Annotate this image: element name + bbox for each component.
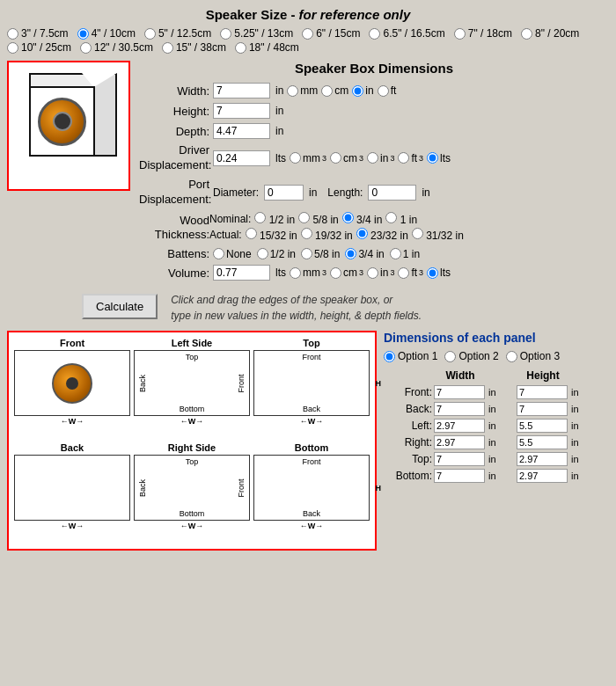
- driver-displacement-input[interactable]: [213, 150, 270, 166]
- left-height-input[interactable]: [517, 419, 568, 433]
- battens-row: Battens: None 1/2 in 5/8 in 3/4 in 1 in: [139, 247, 609, 260]
- speaker-sizes: 3" / 7.5cm 4" / 10cm 5" / 12.5cm 5.25" /…: [7, 27, 609, 54]
- table-row: Top: in in: [384, 452, 609, 466]
- size-5inch[interactable]: 5" / 12.5cm: [144, 27, 211, 40]
- option1-label[interactable]: Option 1: [384, 350, 437, 362]
- unit-in[interactable]: in: [352, 84, 373, 97]
- bottom-section: Front H ←W→ Left Side Top B: [7, 331, 609, 551]
- top-width-input[interactable]: [434, 452, 485, 466]
- back-panel: Back H ←W→: [14, 442, 130, 544]
- port-label: PortDisplacement:: [139, 178, 209, 208]
- speaker-cone: [38, 98, 86, 146]
- back-width-input[interactable]: [434, 402, 485, 416]
- size-8inch[interactable]: 8" / 20cm: [521, 27, 579, 40]
- height-label: Height:: [139, 105, 209, 118]
- table-row: Right: in in: [384, 435, 609, 449]
- page-title: Speaker Size - for reference only: [7, 7, 609, 22]
- left-side-panel-inner: Top Bottom Back Front H: [134, 350, 250, 416]
- height-input[interactable]: [213, 103, 270, 119]
- left-side-panel: Left Side Top Bottom Back Front H ←W→: [134, 338, 250, 439]
- table-row: Front: in in: [384, 385, 609, 399]
- width-label: Width:: [139, 84, 209, 98]
- size-3inch[interactable]: 3" / 7.5cm: [7, 27, 69, 40]
- width-input[interactable]: [213, 83, 270, 99]
- back-height-input[interactable]: [517, 402, 568, 416]
- option-row: Option 1 Option 2 Option 3: [384, 350, 609, 362]
- calculate-button[interactable]: Calculate: [82, 294, 158, 319]
- dimensions-table-section: Dimensions of each panel Option 1 Option…: [384, 331, 609, 551]
- front-panel: Front H ←W→: [14, 338, 130, 439]
- wood-options: Nominal: 1/2 in 5/8 in 3/4 in 1 in Actua…: [209, 212, 464, 242]
- bottom-width-input[interactable]: [434, 469, 485, 483]
- panels-grid: Front H ←W→ Left Side Top B: [14, 338, 370, 544]
- left-width-input[interactable]: [434, 419, 485, 433]
- front-panel-inner: H: [14, 350, 130, 416]
- table-row: Back: in in: [384, 402, 609, 416]
- size-18inch[interactable]: 18" / 48cm: [235, 41, 299, 54]
- port-length-input[interactable]: [368, 185, 416, 201]
- unit-options: mm cm in ft: [287, 84, 396, 97]
- front-panel-speaker: [52, 363, 92, 404]
- depth-row: Depth: in: [139, 123, 609, 139]
- port-diameter-input[interactable]: [264, 185, 304, 201]
- bottom-height-input[interactable]: [517, 469, 568, 483]
- bottom-panel: Bottom Front Back H ←W→: [253, 442, 370, 544]
- driver-unit-options: mm3 cm3 in3 ft3 lts: [290, 152, 451, 164]
- width-unit: in: [275, 84, 283, 97]
- size-65inch[interactable]: 6.5" / 16.5cm: [369, 27, 444, 40]
- unit-ft[interactable]: ft: [378, 84, 397, 97]
- unit-mm[interactable]: mm: [287, 84, 318, 97]
- panels-area: Front H ←W→ Left Side Top B: [7, 331, 377, 551]
- unit-cm[interactable]: cm: [321, 84, 348, 97]
- size-6inch[interactable]: 6" / 15cm: [302, 27, 360, 40]
- box-front-face: [29, 86, 95, 157]
- size-15inch[interactable]: 15" / 38cm: [162, 41, 226, 54]
- volume-label: Volume:: [139, 266, 209, 280]
- battens-options: None 1/2 in 5/8 in 3/4 in 1 in: [213, 248, 420, 260]
- size-4inch[interactable]: 4" / 10cm: [77, 27, 136, 40]
- size-12inch[interactable]: 12" / 30.5cm: [80, 41, 153, 54]
- right-side-panel-inner: Top Bottom Back Front H: [134, 455, 250, 521]
- front-width-input[interactable]: [434, 385, 485, 399]
- top-height-input[interactable]: [517, 452, 568, 466]
- bottom-panel-inner: Front Back H: [253, 455, 370, 521]
- top-panel-inner: Front Back H: [253, 350, 370, 416]
- main-section: Speaker Box Dimensions Width: in mm cm i…: [7, 61, 609, 285]
- dimensions-box: Speaker Box Dimensions Width: in mm cm i…: [139, 61, 609, 285]
- driver-displacement-label: DriverDisplacement:: [139, 143, 209, 173]
- size-10inch[interactable]: 10" / 25cm: [7, 41, 71, 54]
- right-side-panel: Right Side Top Bottom Back Front H ←W→: [134, 442, 250, 544]
- battens-label: Battens:: [139, 247, 209, 260]
- table-row: Bottom: in in: [384, 469, 609, 483]
- calc-note: Click and drag the edges of the speaker …: [171, 292, 422, 324]
- dimensions-table-title: Dimensions of each panel: [384, 331, 609, 345]
- calculate-section: Calculate Click and drag the edges of th…: [7, 292, 609, 324]
- depth-label: Depth:: [139, 125, 209, 138]
- box-side-face: [92, 73, 117, 157]
- depth-input[interactable]: [213, 123, 270, 139]
- box-3d-illustration: [20, 73, 117, 179]
- option2-label[interactable]: Option 2: [444, 350, 498, 362]
- right-width-input[interactable]: [434, 435, 485, 449]
- height-row: Height: in: [139, 103, 609, 119]
- size-7inch[interactable]: 7" / 18cm: [454, 27, 512, 40]
- volume-unit-options: mm3 cm3 in3 ft3 lts: [290, 266, 451, 279]
- box-dimensions-title: Speaker Box Dimensions: [139, 61, 609, 76]
- width-row: Width: in mm cm in ft: [139, 83, 609, 99]
- right-height-input[interactable]: [517, 435, 568, 449]
- dimensions-table: Width Height Front: in in Back: in in: [384, 369, 609, 483]
- volume-input[interactable]: [213, 265, 270, 281]
- top-panel: Top Front Back H ←W→: [253, 338, 370, 439]
- option3-label[interactable]: Option 3: [506, 350, 560, 362]
- size-525inch[interactable]: 5.25" / 13cm: [220, 27, 293, 40]
- back-panel-inner: H: [14, 455, 130, 521]
- volume-row: Volume: lts mm3 cm3 in3 ft3 lts: [139, 265, 609, 281]
- wood-thickness-row: WoodThickness: Nominal: 1/2 in 5/8 in 3/…: [139, 212, 609, 244]
- wood-thickness-label: WoodThickness:: [139, 214, 209, 244]
- table-row: Left: in in: [384, 419, 609, 433]
- port-displacement-row: PortDisplacement: Diameter: in Length: i…: [139, 178, 609, 208]
- table-header: Width Height: [384, 369, 609, 382]
- speaker-image-box: [7, 61, 130, 191]
- driver-displacement-row: DriverDisplacement: lts mm3 cm3 in3 ft3 …: [139, 143, 609, 173]
- front-height-input[interactable]: [517, 385, 568, 399]
